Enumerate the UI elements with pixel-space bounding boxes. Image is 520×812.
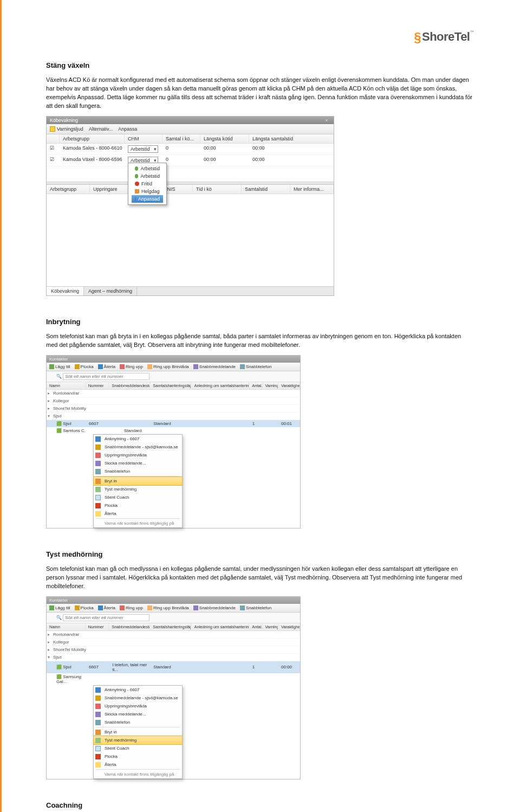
window-title: Köbevakning <box>50 118 78 123</box>
ctx-uppringning: Uppringningsbrevlåda <box>94 451 182 459</box>
close-icon[interactable]: × <box>323 118 330 123</box>
ctx-bryt-in-highlighted: Bryt in <box>93 476 183 486</box>
group[interactable]: Ronlobandrar <box>47 390 300 397</box>
group-open[interactable]: Sjsd <box>47 654 300 661</box>
text-block: Som telefonist kan man gå bryta in i en … <box>46 332 474 350</box>
context-menu[interactable]: Anknytning - 6607 Snabbmeddelande - sjsd… <box>93 685 183 779</box>
tb-lagg-till[interactable]: Lägg till <box>49 364 70 369</box>
ctx-tyst-highlighted: Tyst medhörning <box>93 736 183 745</box>
tb-brevlada[interactable]: Ring upp Brevlåda <box>147 364 189 369</box>
table-row[interactable]: ☑ Kamoda Sales - 8000-6610 Arbetstid 0 0… <box>47 144 334 155</box>
text-block: Som telefonist kan man gå och medlyssna … <box>46 565 474 591</box>
col-chm: CHM <box>125 134 162 143</box>
heading-tyst: Tyst medhörning <box>46 550 474 558</box>
ctx-tyst: Tyst medhörning <box>94 485 182 493</box>
group[interactable]: ShoreTel Mobility <box>47 405 300 413</box>
window-kobevakning: Köbevakning × Varningsljud Alternativ...… <box>46 116 334 296</box>
dropdown-chm[interactable]: Arbetstid <box>128 145 158 153</box>
search-input[interactable] <box>63 373 150 380</box>
contact-row-selected[interactable]: 🟩 Sjsd 6607 I telefon, talat mer ti... S… <box>47 661 300 673</box>
contact-row-selected[interactable]: 🟩 Sjsd 6607 Standard 1 00:01 <box>47 420 300 427</box>
group[interactable]: ShoreTel Mobility <box>47 646 300 654</box>
col-samtalstid: Längsta samtalstid <box>249 134 334 143</box>
ctx-silent-coach: Silent Coach <box>94 493 182 501</box>
toolbar-anpassa[interactable]: Anpassa <box>118 126 137 132</box>
window-kontakter-inbrytning: Kontakter Lägg till Plocka Återta Ring u… <box>46 355 301 529</box>
ctx-aterta: Återta <box>94 510 182 518</box>
toolbar-varning[interactable]: Varningsljud <box>50 126 83 132</box>
ctx-varna: Varna när kontakt finns tillgänglig på <box>94 519 182 527</box>
heading-coachning: Coachning <box>46 801 474 809</box>
logo: §ShoreTel™ <box>46 30 474 45</box>
group[interactable]: Kollegor <box>47 639 300 646</box>
text-block: Växelns ACD Kö är normalt konfigurerad m… <box>46 76 474 111</box>
window-title: Kontakter <box>47 356 300 363</box>
tab-agent[interactable]: Agent – medhörning <box>84 287 137 295</box>
window-kontakter-tyst: Kontakter Lägg till Plocka Återta Ring u… <box>46 596 301 779</box>
ctx-skicka: Skicka meddelande... <box>94 459 182 467</box>
col-langsta: Längsta kötid <box>200 134 249 143</box>
tb-snabb[interactable]: Snabbmeddelande <box>193 364 236 369</box>
ctx-snabbtelefon: Snabbtelefon <box>94 467 182 475</box>
tb-ring-upp[interactable]: Ring upp <box>120 364 143 369</box>
col-samtal: Samtal i kö... <box>162 134 200 143</box>
tb-snabbtelefon[interactable]: Snabbtelefon <box>240 364 271 369</box>
context-menu[interactable]: Anknytning - 6607 Snabbmeddelande - sjsd… <box>93 434 183 528</box>
group[interactable]: Kollegor <box>47 397 300 405</box>
tab-kobevakning[interactable]: Köbevakning <box>47 287 84 295</box>
contact-row[interactable]: 🟩 Samtons C. Standard <box>47 427 300 434</box>
contact-row[interactable]: 🟩 Samsung Gal... <box>47 673 300 685</box>
chm-dropdown-menu[interactable]: Arbetstid Arbetstid Fritid Helgdag Anpas… <box>128 163 167 205</box>
col-arbetsgrupp: Arbetsgrupp <box>60 134 125 143</box>
group[interactable]: Ronlobandrar <box>47 631 300 639</box>
tb-plocka[interactable]: Plocka <box>75 364 94 369</box>
toolbar-alternativ[interactable]: Alternativ... <box>89 126 113 132</box>
ctx-anknytning: Anknytning - 6607 <box>94 435 182 443</box>
heading-inbrytning: Inbrytning <box>46 318 474 326</box>
ctx-plocka: Plocka <box>94 501 182 510</box>
ctx-snabb: Snabbmeddelande - sjsd@kamoda.se <box>94 443 182 451</box>
group-open[interactable]: Sjsd <box>47 413 300 420</box>
search-input[interactable] <box>63 614 150 621</box>
window-title: Kontakter <box>47 597 300 604</box>
tb-aterta[interactable]: Återta <box>98 364 115 369</box>
table-row[interactable]: ☑ Kamoda Växel - 8000-6596 Arbetstid 0 0… <box>47 155 334 166</box>
heading-stang-vaxeln: Stäng växeln <box>46 61 474 69</box>
